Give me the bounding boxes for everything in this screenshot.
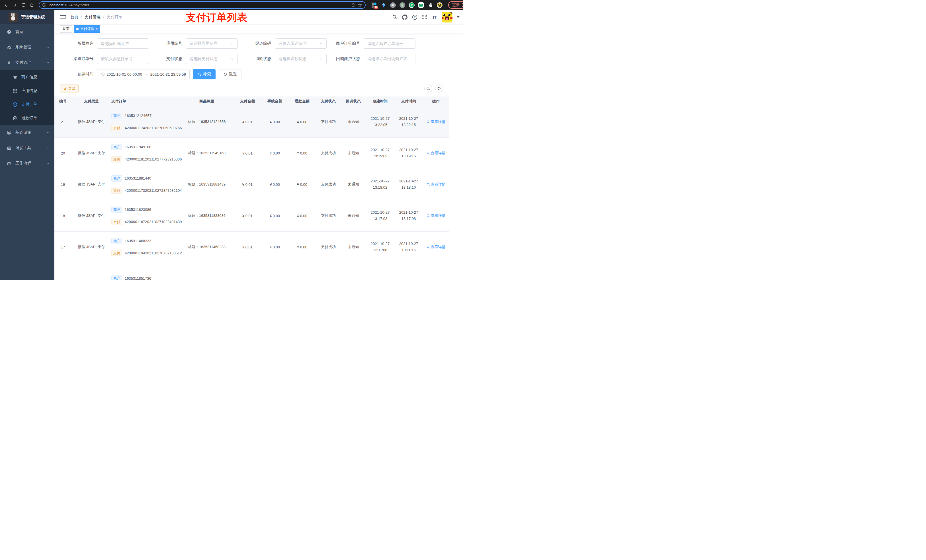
create-date: 2021-10-27 — [368, 210, 393, 216]
sidebar-item-pay[interactable]: ¥ 支付管理 — [0, 55, 54, 70]
merchant-input-field[interactable] — [101, 41, 145, 46]
channel-order-no-field[interactable] — [101, 57, 145, 61]
share-icon[interactable] — [351, 3, 356, 8]
home-icon[interactable] — [29, 2, 35, 9]
sidebar-item-application[interactable]: 应用信息 — [0, 84, 54, 98]
view-detail-link[interactable]: 查看详情 — [427, 213, 446, 218]
date-range-picker[interactable]: 2021-10-01 00:00:00 - 2021-10-31 23:59:5… — [97, 69, 190, 79]
create-date: 2021-10-27 — [368, 147, 393, 153]
extension-command-icon[interactable]: ⌘ — [390, 2, 396, 8]
help-icon[interactable]: ? — [412, 14, 418, 20]
view-detail-link[interactable]: 查看详情 — [427, 119, 446, 124]
avatar-caret-icon[interactable] — [457, 16, 460, 18]
info-icon[interactable] — [42, 3, 47, 7]
export-button[interactable]: 导出 — [60, 85, 79, 92]
product-title: 标题：1635311823086 — [188, 213, 225, 218]
chevron-down-icon — [47, 162, 50, 165]
filter-label: 回调商户状态 — [327, 56, 364, 62]
bookmark-star-icon[interactable] — [358, 3, 362, 8]
sidebar-collapse-icon[interactable] — [60, 14, 66, 20]
forward-icon[interactable] — [11, 2, 18, 9]
tab-label: 支付订单 — [80, 26, 94, 31]
app-logo-row[interactable]: 芋道管理系统 — [0, 10, 54, 24]
sidebar-item-infra[interactable]: 基础设施 — [0, 125, 54, 140]
view-detail-link[interactable]: 查看详情 — [427, 245, 446, 249]
tab-close-icon[interactable]: × — [96, 27, 98, 31]
merchant-tag: 商户 — [111, 238, 122, 244]
update-button[interactable]: 更新 — [448, 1, 463, 9]
extension-vue-icon[interactable]: V — [409, 2, 415, 8]
extension-badge: 10 — [374, 6, 378, 9]
view-detail-label: 查看详情 — [431, 151, 446, 155]
notify-status: 未通知 — [348, 151, 359, 155]
date-range-start[interactable]: 2021-10-01 00:00:00 — [106, 72, 142, 77]
channel-code-select[interactable]: 请输入渠道编码 — [275, 38, 327, 49]
extension-pin-icon[interactable] — [381, 2, 386, 8]
pay-status: 支付成功 — [321, 119, 336, 124]
merchant-order-no-input[interactable] — [364, 38, 415, 49]
back-icon[interactable] — [3, 2, 10, 9]
sidebar-item-pay-order[interactable]: ¥ 支付订单 — [0, 98, 54, 111]
navbar-actions: ? tT — [392, 12, 460, 23]
tab-home[interactable]: 首页 — [60, 25, 72, 33]
view-detail-label: 查看详情 — [431, 213, 446, 218]
url-text[interactable]: localhost:1024/pay/order — [49, 3, 348, 7]
filter-label: 支付状态 — [149, 56, 186, 62]
search-icon[interactable] — [392, 14, 398, 20]
reload-icon[interactable] — [20, 2, 27, 9]
extension-chat-icon[interactable] — [418, 2, 424, 8]
sidebar-item-refund-order[interactable]: 退款订单 — [0, 111, 54, 125]
table-row: 21 微信 JSAPI 支付 商户 1635312124657 支付 42000… — [54, 106, 449, 137]
pay-status-select[interactable]: 请选择支付状态 — [186, 54, 238, 64]
view-detail-label: 查看详情 — [431, 245, 446, 249]
svg-text:¥: ¥ — [14, 103, 16, 106]
breadcrumb-pay[interactable]: 支付管理 — [85, 15, 100, 20]
sidebar-item-home[interactable]: 首页 — [0, 24, 54, 39]
extension-tiles-icon[interactable]: 10 — [371, 2, 377, 8]
toolbox-icon — [6, 146, 11, 150]
refund-status-select[interactable]: 请选择退款状态 — [275, 54, 327, 64]
chevron-up-icon — [47, 61, 50, 64]
toggle-search-button[interactable] — [424, 85, 432, 92]
extension-emoji-icon[interactable] — [437, 2, 442, 8]
sidebar-item-merchant[interactable]: 商户信息 — [0, 70, 54, 84]
filter-label: 应用编号 — [149, 41, 186, 46]
pay-submenu: 商户信息 应用信息 ¥ 支付订单 退款订单 — [0, 70, 54, 125]
refresh-button[interactable] — [435, 85, 443, 92]
reset-button[interactable]: 重置 — [219, 69, 242, 79]
sidebar-item-devtools[interactable]: 研发工具 — [0, 140, 54, 155]
search-button[interactable]: 搜索 — [193, 69, 216, 79]
table-header: 编号 支付渠道 支付订单 商品标题 支付金额 手续金额 退款金额 支付状态 回调… — [54, 97, 449, 106]
shop-icon — [12, 75, 17, 79]
merchant-input[interactable] — [97, 38, 149, 49]
channel-order-no-input[interactable] — [97, 54, 149, 64]
fullscreen-icon[interactable] — [422, 14, 427, 20]
font-size-icon[interactable]: tT — [432, 14, 437, 20]
filter-notify-status: 回调商户状态 请选择订单回调商户状态 — [327, 54, 415, 64]
sidebar-item-system[interactable]: 系统管理 — [0, 39, 54, 55]
merchant-order-no-field[interactable] — [367, 41, 412, 46]
pay-tag: 支付 — [111, 187, 122, 194]
sidebar-item-workflow[interactable]: 工作流程 — [0, 155, 54, 171]
avatar[interactable] — [442, 12, 452, 23]
notify-status-select[interactable]: 请选择订单回调商户状态 — [364, 54, 415, 64]
merchant-order-no: 1635311823086 — [125, 207, 151, 212]
extension-dot-icon[interactable] — [399, 2, 405, 8]
col-pay-order: 支付订单 — [109, 97, 180, 106]
tags-view: 首页 支付订单 × — [54, 24, 463, 34]
date-range-end[interactable]: 2021-10-31 23:59:59 — [150, 72, 186, 77]
view-detail-link[interactable]: 查看详情 — [427, 151, 446, 155]
github-icon[interactable] — [402, 14, 407, 20]
extensions-puzzle-icon[interactable] — [427, 2, 433, 8]
browser-menu-icon[interactable] — [462, 3, 463, 7]
address-bar[interactable]: localhost:1024/pay/order — [39, 1, 366, 9]
breadcrumb-home[interactable]: 首页 — [70, 15, 78, 20]
merchant-tag: 商户 — [111, 207, 122, 213]
create-time: 13:22:05 — [368, 122, 393, 128]
fee-amount: ¥ 0.00 — [270, 151, 280, 155]
view-detail-link[interactable]: 查看详情 — [427, 182, 446, 187]
tab-pay-order[interactable]: 支付订单 × — [74, 25, 100, 33]
app-select[interactable]: 请选择应用信息 — [186, 38, 238, 49]
page-annotation: 支付订单列表 — [186, 10, 247, 24]
order-id: 21 — [61, 120, 65, 124]
